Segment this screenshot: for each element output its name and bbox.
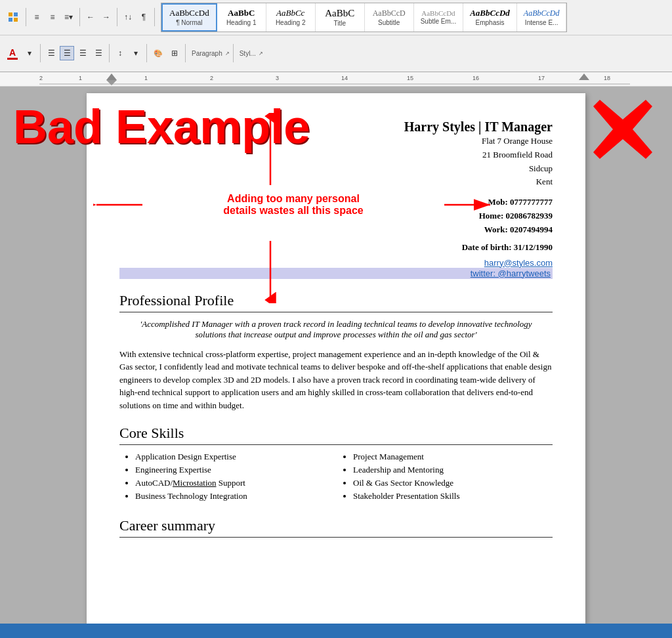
- divider7: [146, 44, 147, 62]
- doc-page: Adding too many personal details wastes …: [87, 93, 585, 625]
- skill-left-3: AutoCAD/Microstation Support: [135, 478, 335, 488]
- horizontal-annotation: Adding too many personal details wastes …: [93, 193, 494, 217]
- ruler: 2 1 1 2 3 14 15 16 17 18: [0, 72, 672, 87]
- bullet-list-button[interactable]: ≡: [30, 10, 44, 24]
- annotation-line2: details wastes all this space: [223, 205, 363, 216]
- skill-right-2: Leadership and Mentoring: [353, 465, 553, 475]
- home-button[interactable]: [4, 10, 22, 24]
- svg-rect-2: [9, 18, 12, 22]
- resume-twitter: twitter: @harrytweets: [119, 268, 553, 279]
- arrow-up-annotation: [264, 113, 277, 188]
- svg-text:16: 16: [472, 75, 479, 81]
- svg-text:1: 1: [79, 75, 82, 81]
- style-title[interactable]: AaBbC Title: [316, 3, 365, 32]
- shading-button[interactable]: 🎨: [150, 44, 166, 62]
- profile-body: With extensive technical cross-platform …: [119, 348, 553, 412]
- skills-col-left: Application Design Expertise Engineering…: [119, 452, 335, 504]
- style-emphasis[interactable]: AaBbCcDd Emphasis: [463, 3, 517, 32]
- svg-text:2: 2: [39, 75, 43, 81]
- toolbar-row1: ≡ ≡ ≡▾ ← → ↑↓ ¶ AaBbCcDd ¶ Normal AaBbC …: [0, 0, 672, 35]
- svg-rect-0: [9, 12, 12, 16]
- skill-left-4: Business Technology Integration: [135, 491, 335, 501]
- annotation-line1: Adding too many personal: [227, 193, 360, 204]
- toolbar-row2: A ▾ ☰ ☰ ☰ ☰ ↕ ▾ 🎨 ⊞ Paragraph ↗ Styl... …: [0, 35, 672, 72]
- toolbar: ≡ ≡ ≡▾ ← → ↑↓ ¶ AaBbCcDd ¶ Normal AaBbC …: [0, 0, 672, 72]
- bottom-bar: [0, 624, 672, 638]
- svg-marker-18: [593, 100, 652, 159]
- section-career-heading: Career summary: [119, 517, 553, 538]
- resume-links: harry@styles.com twitter: @harrytweets: [119, 258, 553, 279]
- svg-text:17: 17: [538, 75, 545, 81]
- svg-text:18: 18: [604, 75, 610, 81]
- style-intense-e[interactable]: AaBbCcDd Intense E...: [517, 3, 567, 32]
- numbered-list-button[interactable]: ≡: [45, 10, 60, 24]
- font-color-button[interactable]: A: [4, 44, 21, 62]
- divider4: [154, 8, 155, 26]
- svg-text:1: 1: [144, 75, 148, 81]
- ruler-track: 2 1 1 2 3 14 15 16 17 18: [0, 72, 672, 86]
- decrease-indent-button[interactable]: ←: [83, 10, 98, 24]
- style-normal[interactable]: AaBbCcDd ¶ Normal: [161, 3, 217, 32]
- divider3: [117, 8, 117, 26]
- svg-marker-15: [106, 74, 117, 80]
- increase-indent-button[interactable]: →: [99, 10, 114, 24]
- skill-right-3: Oil & Gas Sector Knowledge: [353, 478, 553, 488]
- svg-text:14: 14: [341, 75, 348, 81]
- svg-rect-3: [14, 18, 18, 22]
- divider8: [185, 44, 186, 62]
- shading-icon: 🎨: [154, 49, 163, 58]
- resume-dob: Date of birth: 31/12/1990: [119, 242, 553, 253]
- align-center-button[interactable]: ☰: [60, 46, 74, 60]
- svg-marker-16: [106, 80, 117, 85]
- divider1: [26, 8, 26, 26]
- svg-rect-1: [14, 12, 18, 16]
- resume-name: Harry Styles | IT Manager: [119, 119, 553, 135]
- paragraph-label: Paragraph: [192, 50, 222, 57]
- svg-text:2: 2: [210, 75, 213, 81]
- style-subtitle[interactable]: AaBbCcD Subtitle: [365, 3, 414, 32]
- align-left-button[interactable]: ☰: [44, 46, 58, 60]
- arrow-down-annotation: [264, 238, 277, 303]
- styles-expand-icon[interactable]: ↗: [259, 51, 263, 56]
- divider6: [109, 44, 110, 62]
- divider2: [79, 8, 80, 26]
- skill-left-1: Application Design Expertise: [135, 452, 335, 462]
- document-area: Bad Example: [0, 87, 672, 638]
- divider9: [233, 44, 234, 62]
- skill-left-2: Engineering Expertise: [135, 465, 335, 475]
- skill-right-1: Project Management: [353, 452, 553, 462]
- font-color-dropdown[interactable]: ▾: [22, 46, 37, 60]
- font-color-indicator: [7, 58, 18, 60]
- profile-quote: 'Accomplished IT Manager with a proven t…: [119, 319, 553, 340]
- section-profile-heading: Professional Profile: [119, 292, 553, 312]
- style-subtle-em[interactable]: AaBbCcDd Subtle Em...: [414, 3, 463, 32]
- svg-text:3: 3: [276, 75, 279, 81]
- skill-right-4: Stakeholder Presentation Skills: [353, 491, 553, 501]
- font-color-label: A: [9, 47, 16, 58]
- red-x-mark: [593, 100, 652, 173]
- resume-address: Flat 7 Orange House 21 Broomfield Road S…: [119, 135, 553, 189]
- sort-button[interactable]: ↑↓: [121, 10, 135, 24]
- annotation-text-container: Adding too many personal details wastes …: [146, 193, 441, 217]
- style-heading2[interactable]: AaBbCc Heading 2: [266, 3, 316, 32]
- style-heading1[interactable]: AaBbC Heading 1: [217, 3, 266, 32]
- align-right-button[interactable]: ☰: [75, 46, 90, 60]
- justify-button[interactable]: ☰: [91, 46, 106, 60]
- divider5: [40, 44, 41, 62]
- styles-gallery: AaBbCcDd ¶ Normal AaBbC Heading 1 AaBbCc…: [161, 3, 567, 32]
- skills-col-right: Project Management Leadership and Mentor…: [337, 452, 553, 504]
- line-spacing-dropdown[interactable]: ▾: [129, 46, 143, 60]
- svg-marker-17: [579, 74, 589, 80]
- styles-label: Styl...: [240, 50, 256, 57]
- skills-grid: Application Design Expertise Engineering…: [119, 452, 553, 504]
- resume-email-link[interactable]: harry@styles.com: [119, 258, 553, 268]
- list-options-button[interactable]: ≡▾: [61, 10, 76, 24]
- svg-text:15: 15: [407, 75, 413, 81]
- line-spacing-button[interactable]: ↕: [113, 46, 127, 60]
- ruler-svg: 2 1 1 2 3 14 15 16 17 18: [39, 72, 630, 87]
- border-button[interactable]: ⊞: [167, 46, 182, 60]
- paragraph-expand-icon[interactable]: ↗: [225, 51, 230, 56]
- section-skills-heading: Core Skills: [119, 425, 553, 445]
- show-formatting-button[interactable]: ¶: [136, 10, 151, 24]
